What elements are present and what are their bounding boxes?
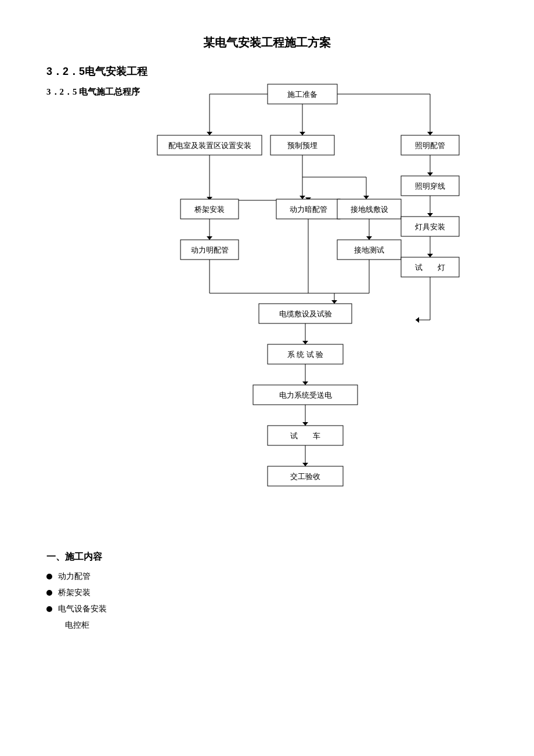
svg-marker-6 — [207, 132, 212, 135]
svg-marker-58 — [331, 300, 337, 304]
svg-marker-37 — [207, 236, 212, 240]
bullet-label-2: 桥架安装 — [58, 588, 91, 598]
svg-text:电力系统受送电: 电力系统受送电 — [279, 391, 332, 399]
svg-text:动力暗配管: 动力暗配管 — [290, 205, 327, 214]
svg-text:施工准备: 施工准备 — [287, 90, 317, 99]
section-heading-medium: 3．2．5 电气施工总程序 — [46, 84, 140, 98]
bullet-item-2: 桥架安装 — [46, 588, 488, 598]
svg-text:桥架安装: 桥架安装 — [194, 205, 225, 214]
section-heading-large: 3．2．5电气安装工程 — [46, 64, 488, 78]
svg-marker-23 — [300, 196, 305, 199]
svg-text:试　　车: 试 车 — [290, 431, 320, 440]
svg-marker-3 — [300, 132, 305, 135]
bullet-item-1: 动力配管 — [46, 571, 488, 582]
bullet-dot-3 — [46, 606, 52, 612]
svg-marker-41 — [366, 236, 372, 240]
svg-text:电缆敷设及试验: 电缆敷设及试验 — [279, 309, 332, 318]
bullet-label-3: 电气设备安装 — [58, 604, 107, 614]
flowchart-svg: 施工准备 配电室及装置区设置安装 预制预埋 照明配管 — [146, 84, 506, 537]
svg-text:接地线敷设: 接地线敷设 — [351, 205, 388, 214]
svg-marker-61 — [416, 317, 419, 323]
svg-text:照明配管: 照明配管 — [415, 141, 445, 150]
svg-marker-25 — [363, 196, 369, 199]
svg-marker-69 — [302, 381, 308, 385]
svg-text:灯具安装: 灯具安装 — [415, 222, 445, 231]
svg-text:照明穿线: 照明穿线 — [415, 182, 445, 190]
svg-text:交工验收: 交工验收 — [290, 472, 320, 481]
svg-text:接地测试: 接地测试 — [354, 246, 384, 254]
svg-text:试　　灯: 试 灯 — [415, 263, 445, 272]
svg-marker-45 — [427, 213, 433, 217]
sub-item-1: 电控柜 — [65, 620, 488, 631]
bullet-dot-2 — [46, 590, 52, 596]
svg-marker-73 — [302, 422, 308, 426]
section-one-title: 一、施工内容 — [46, 551, 488, 563]
svg-marker-49 — [427, 254, 433, 257]
svg-text:配电室及装置区设置安装: 配电室及装置区设置安装 — [168, 141, 251, 150]
svg-marker-9 — [427, 132, 433, 135]
flowchart-container: 施工准备 配电室及装置区设置安装 预制预埋 照明配管 — [146, 84, 506, 539]
bullet-label-1: 动力配管 — [58, 571, 91, 582]
svg-marker-77 — [302, 463, 308, 466]
bullet-dot-1 — [46, 574, 52, 579]
bullet-item-3: 电气设备安装 — [46, 604, 488, 614]
bottom-content: 一、施工内容 动力配管 桥架安装 电气设备安装 电控柜 — [46, 551, 488, 631]
svg-text:动力明配管: 动力明配管 — [191, 246, 229, 254]
page-title: 某电气安装工程施工方案 — [46, 35, 488, 51]
svg-text:预制预埋: 预制预埋 — [287, 141, 317, 150]
svg-marker-65 — [302, 341, 308, 344]
svg-marker-33 — [427, 172, 433, 176]
svg-text:系 统 试 验: 系 统 试 验 — [287, 350, 323, 359]
